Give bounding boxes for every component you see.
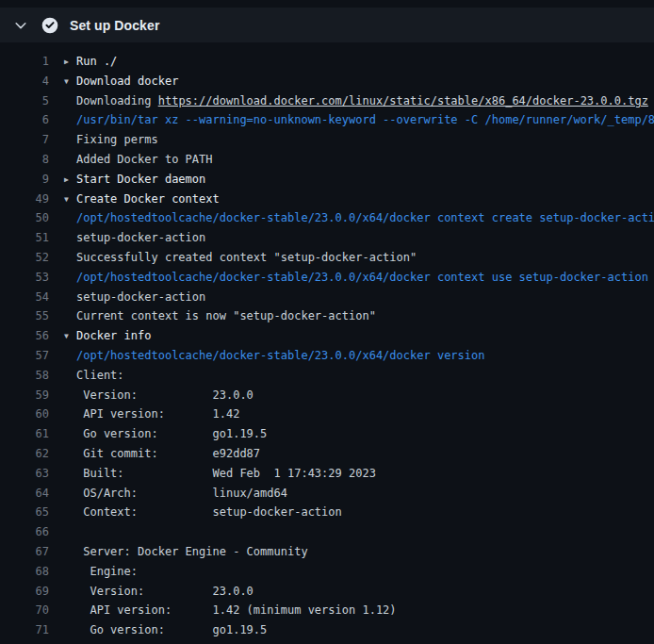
group-expanded-icon[interactable]: ▼ bbox=[64, 327, 76, 346]
group-title: Download docker bbox=[76, 74, 178, 88]
group-title: Run ./ bbox=[76, 55, 117, 68]
log-group-row[interactable]: 4▼Download docker bbox=[0, 72, 654, 91]
log-line: 55Current context is now "setup-docker-a… bbox=[0, 306, 654, 326]
log-group-row[interactable]: 49▼Create Docker context bbox=[0, 190, 654, 209]
line-content: Downloading https://download.docker.com/… bbox=[49, 91, 654, 111]
log-line: 59 Version: 23.0.0 bbox=[0, 386, 654, 405]
group-expanded-icon[interactable]: ▼ bbox=[64, 190, 76, 209]
line-number[interactable]: 57 bbox=[0, 346, 49, 366]
log-command-text: /opt/hostedtoolcache/docker-stable/23.0.… bbox=[76, 271, 648, 284]
line-number[interactable]: 1 bbox=[0, 52, 49, 72]
line-number[interactable]: 55 bbox=[0, 306, 49, 326]
line-number[interactable]: 4 bbox=[0, 72, 49, 91]
line-content: Server: Docker Engine - Community bbox=[49, 542, 654, 562]
log-group-row[interactable]: 56▼Docker info bbox=[0, 326, 654, 346]
line-content: Context: setup-docker-action bbox=[49, 503, 654, 522]
line-content: ▶Run ./ bbox=[49, 52, 654, 72]
group-expanded-icon[interactable]: ▼ bbox=[64, 73, 76, 91]
log-line: 5Downloading https://download.docker.com… bbox=[0, 91, 654, 111]
line-content: Go version: go1.19.5 bbox=[49, 620, 654, 640]
log-line: 65 Context: setup-docker-action bbox=[0, 503, 654, 522]
log-text: Git commit: e92dd87 bbox=[76, 447, 260, 460]
line-number[interactable]: 8 bbox=[0, 150, 49, 170]
line-number[interactable]: 7 bbox=[0, 130, 49, 150]
line-number[interactable]: 50 bbox=[0, 208, 49, 228]
line-number[interactable]: 67 bbox=[0, 542, 49, 562]
log-group-row[interactable]: 1▶Run ./ bbox=[0, 52, 654, 72]
log-text: Engine: bbox=[76, 565, 138, 578]
line-number[interactable]: 6 bbox=[0, 110, 49, 130]
log-text: API version: 1.42 bbox=[76, 407, 239, 421]
line-content: /opt/hostedtoolcache/docker-stable/23.0.… bbox=[49, 268, 654, 288]
line-content: Fixing perms bbox=[49, 130, 654, 150]
log-text: Context: setup-docker-action bbox=[76, 505, 342, 519]
line-number[interactable]: 59 bbox=[0, 386, 49, 405]
log-line: 7Fixing perms bbox=[0, 130, 654, 150]
line-number[interactable]: 61 bbox=[0, 424, 49, 444]
log-group-row[interactable]: 9▶Start Docker daemon bbox=[0, 170, 654, 190]
line-number[interactable]: 72 bbox=[0, 640, 49, 644]
log-text: Server: Docker Engine - Community bbox=[76, 545, 308, 558]
line-content: OS/Arch: linux/amd64 bbox=[49, 484, 654, 504]
line-number[interactable]: 54 bbox=[0, 288, 49, 307]
line-content: Successfully created context "setup-dock… bbox=[49, 248, 654, 268]
log-line: 52Successfully created context "setup-do… bbox=[0, 248, 654, 268]
log-line: 57/opt/hostedtoolcache/docker-stable/23.… bbox=[0, 346, 654, 366]
log-line: 50/opt/hostedtoolcache/docker-stable/23.… bbox=[0, 208, 654, 228]
log-text: setup-docker-action bbox=[76, 290, 205, 304]
log-line: 58Client: bbox=[0, 366, 654, 386]
line-number[interactable]: 9 bbox=[0, 170, 49, 190]
log-link[interactable]: https://download.docker.com/linux/static… bbox=[158, 94, 648, 107]
chevron-down-icon[interactable] bbox=[13, 18, 28, 33]
group-title: Docker info bbox=[76, 329, 151, 342]
log-text: API version: 1.42 (minimum version 1.12) bbox=[76, 603, 397, 617]
line-content: setup-docker-action bbox=[49, 228, 654, 248]
line-content: setup-docker-action bbox=[49, 288, 654, 307]
line-content: ▶Start Docker daemon bbox=[49, 170, 654, 190]
log-line: 60 API version: 1.42 bbox=[0, 405, 654, 424]
line-number[interactable]: 53 bbox=[0, 268, 49, 288]
line-content: Git commit: d7573ab bbox=[49, 640, 654, 644]
line-number[interactable]: 62 bbox=[0, 444, 49, 464]
log-command-text: /opt/hostedtoolcache/docker-stable/23.0.… bbox=[76, 349, 484, 362]
line-content: API version: 1.42 (minimum version 1.12) bbox=[49, 601, 654, 620]
log-container: 1▶Run ./4▼Download docker5Downloading ht… bbox=[0, 42, 654, 644]
line-content: Client: bbox=[49, 366, 654, 386]
log-line: 63 Built: Wed Feb 1 17:43:29 2023 bbox=[0, 464, 654, 484]
log-line: 66 bbox=[0, 522, 654, 542]
line-number[interactable]: 71 bbox=[0, 620, 49, 640]
line-number[interactable]: 69 bbox=[0, 582, 49, 602]
log-text: Go version: go1.19.5 bbox=[76, 623, 267, 636]
log-text: Successfully created context "setup-dock… bbox=[76, 251, 417, 264]
success-check-icon bbox=[41, 17, 58, 34]
log-text: Go version: go1.19.5 bbox=[76, 427, 267, 440]
log-line: 64 OS/Arch: linux/amd64 bbox=[0, 484, 654, 504]
line-content: Built: Wed Feb 1 17:43:29 2023 bbox=[49, 464, 654, 484]
line-number[interactable]: 64 bbox=[0, 484, 49, 504]
line-number[interactable]: 63 bbox=[0, 464, 49, 484]
log-text: Downloading bbox=[76, 94, 158, 107]
log-line: 67 Server: Docker Engine - Community bbox=[0, 542, 654, 562]
line-number[interactable]: 51 bbox=[0, 228, 49, 248]
line-number[interactable]: 56 bbox=[0, 326, 49, 346]
log-line: 70 API version: 1.42 (minimum version 1.… bbox=[0, 601, 654, 620]
line-content: Added Docker to PATH bbox=[49, 150, 654, 170]
group-title: Start Docker daemon bbox=[76, 173, 205, 186]
log-text: OS/Arch: linux/amd64 bbox=[76, 487, 287, 500]
line-number[interactable]: 60 bbox=[0, 405, 49, 424]
line-number[interactable]: 65 bbox=[0, 503, 49, 522]
step-header[interactable]: Set up Docker bbox=[0, 8, 654, 42]
line-content bbox=[49, 522, 654, 542]
group-collapsed-icon[interactable]: ▶ bbox=[64, 53, 76, 72]
line-content: ▼Docker info bbox=[49, 326, 654, 346]
line-number[interactable]: 70 bbox=[0, 601, 49, 620]
line-number[interactable]: 66 bbox=[0, 522, 49, 542]
line-number[interactable]: 68 bbox=[0, 562, 49, 582]
line-number[interactable]: 52 bbox=[0, 248, 49, 268]
line-content: Go version: go1.19.5 bbox=[49, 424, 654, 444]
line-number[interactable]: 58 bbox=[0, 366, 49, 386]
line-content: ▼Create Docker context bbox=[49, 190, 654, 209]
line-number[interactable]: 49 bbox=[0, 190, 49, 209]
group-collapsed-icon[interactable]: ▶ bbox=[64, 171, 76, 190]
line-number[interactable]: 5 bbox=[0, 91, 49, 111]
